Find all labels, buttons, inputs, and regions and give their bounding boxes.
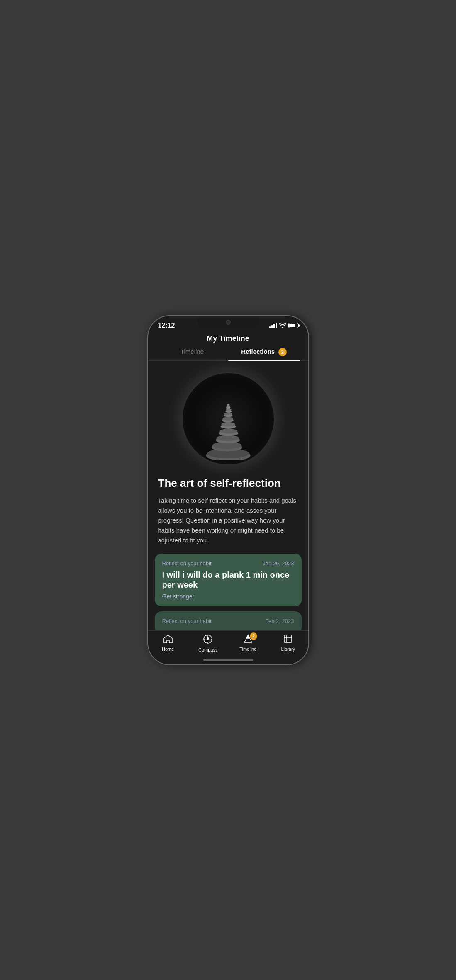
svg-point-18 xyxy=(227,404,229,406)
hero-image xyxy=(183,373,274,464)
status-time: 12:12 xyxy=(158,322,175,329)
nav-home-label: Home xyxy=(162,647,174,652)
habit-cards-section: Reflect on your habit Jan 26, 2023 I wil… xyxy=(148,554,308,639)
page-title: My Timeline xyxy=(207,334,249,343)
card-header-2: Reflect on your habit Feb 2, 2023 xyxy=(162,618,294,624)
main-content[interactable]: The art of self-reflection Taking time t… xyxy=(148,361,308,639)
svg-point-5 xyxy=(216,435,239,441)
nav-timeline-label: Timeline xyxy=(239,647,256,652)
card-header-1: Reflect on your habit Jan 26, 2023 xyxy=(162,560,294,567)
habit-card-1[interactable]: Reflect on your habit Jan 26, 2023 I wil… xyxy=(155,554,302,606)
svg-rect-28 xyxy=(284,635,292,642)
library-icon xyxy=(283,634,293,645)
home-icon xyxy=(163,634,173,645)
nav-library[interactable]: Library xyxy=(268,634,308,652)
svg-point-13 xyxy=(224,412,232,415)
article-title: The art of self-reflection xyxy=(158,477,298,490)
front-camera xyxy=(226,320,231,325)
svg-point-17 xyxy=(226,406,230,407)
card-date-2: Feb 2, 2023 xyxy=(265,618,294,624)
card-goal-1: Get stronger xyxy=(162,593,294,600)
page-header: My Timeline xyxy=(148,332,308,343)
tab-reflections[interactable]: Reflections 2 xyxy=(228,348,300,360)
battery-icon xyxy=(288,323,298,328)
signal-icon xyxy=(269,323,277,328)
card-label-2: Reflect on your habit xyxy=(162,618,212,624)
svg-point-11 xyxy=(222,417,233,421)
nav-compass-label: Compass xyxy=(198,647,217,652)
nav-compass[interactable]: Compass xyxy=(188,634,228,652)
card-habit-1: I will i will do a plank 1 min once per … xyxy=(162,570,294,590)
hero-section xyxy=(148,361,308,473)
wifi-icon xyxy=(279,322,286,329)
nav-timeline-badge: 2 xyxy=(250,632,257,640)
nav-timeline[interactable]: 2 Timeline xyxy=(228,634,268,652)
bottom-nav: Home Compass 2 xyxy=(148,630,308,664)
text-section: The art of self-reflection Taking time t… xyxy=(148,473,308,554)
status-icons xyxy=(269,322,298,329)
tab-timeline[interactable]: Timeline xyxy=(156,348,228,360)
home-indicator xyxy=(203,659,253,661)
svg-marker-25 xyxy=(207,637,209,639)
article-body: Taking time to self-reflect on your habi… xyxy=(158,496,298,545)
phone-screen: 12:12 xyxy=(148,316,308,664)
card-date-1: Jan 26, 2023 xyxy=(263,560,294,567)
svg-point-7 xyxy=(219,428,237,433)
notch xyxy=(197,316,259,328)
nav-home[interactable]: Home xyxy=(148,634,188,652)
card-label-1: Reflect on your habit xyxy=(162,560,212,567)
svg-marker-27 xyxy=(246,635,250,638)
svg-point-15 xyxy=(226,409,232,411)
stones-svg xyxy=(201,379,255,460)
svg-point-9 xyxy=(221,422,235,426)
nav-library-label: Library xyxy=(281,647,295,652)
phone-frame: 12:12 xyxy=(147,315,309,665)
tab-bar: Timeline Reflections 2 xyxy=(148,348,308,361)
compass-icon xyxy=(203,634,213,646)
